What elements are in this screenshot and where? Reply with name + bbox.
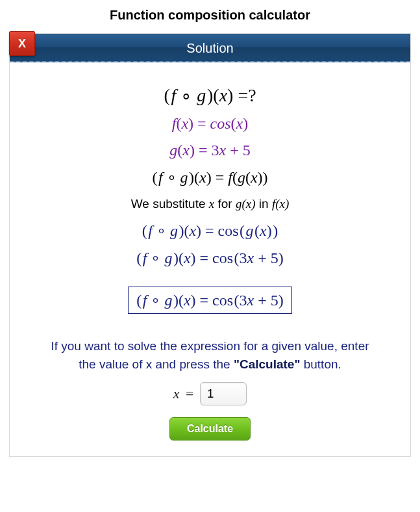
x-input-row: x = bbox=[15, 382, 405, 405]
instruction-text: If you want to solve the expression for … bbox=[20, 337, 400, 373]
explain-prefix: We substitute bbox=[131, 197, 209, 211]
calculate-button[interactable]: Calculate bbox=[169, 417, 251, 441]
instruction-line2-post: button. bbox=[300, 357, 341, 371]
substitution-explain: We substitute x for g(x) in f(x) bbox=[15, 197, 405, 211]
instruction-line2-pre: the value of x and press the bbox=[79, 357, 234, 371]
equation-composition-def: ( f ∘ g )(x) = f(g(x)) bbox=[15, 168, 405, 186]
panel-body: ( f ∘ g )(x) =? f(x) = cos(x) g(x) = 3x … bbox=[10, 62, 410, 456]
explain-mid: for bbox=[214, 197, 236, 211]
equation-g-def: g(x) = 3x + 5 bbox=[15, 142, 405, 159]
equation-result-boxed: ( f ∘ g )(x) = cos (3x + 5) bbox=[128, 287, 292, 314]
panel-header: X Solution bbox=[10, 34, 410, 62]
x-label: x = bbox=[173, 385, 194, 402]
equation-f-def: f(x) = cos(x) bbox=[15, 115, 405, 133]
equation-step2: ( f ∘ g )(x) = cos (3x + 5) bbox=[15, 249, 405, 267]
panel-header-title: Solution bbox=[186, 41, 233, 55]
explain-mid2: in bbox=[256, 197, 272, 211]
x-value-input[interactable] bbox=[200, 382, 247, 405]
explain-gx: g(x) bbox=[236, 197, 256, 211]
instruction-calculate-word: "Calculate" bbox=[234, 357, 301, 371]
instruction-line1: If you want to solve the expression for … bbox=[51, 339, 369, 353]
close-button[interactable]: X bbox=[9, 31, 35, 56]
equation-step1: ( f ∘ g )(x) = cos ( g (x) ) bbox=[15, 222, 405, 240]
explain-x: x bbox=[209, 197, 214, 211]
page-title: Function composition calculator bbox=[0, 0, 420, 33]
explain-fx: f(x) bbox=[272, 197, 289, 211]
equation-question: ( f ∘ g )(x) =? bbox=[15, 84, 405, 106]
solution-panel: X Solution ( f ∘ g )(x) =? f(x) = cos(x)… bbox=[9, 33, 411, 457]
